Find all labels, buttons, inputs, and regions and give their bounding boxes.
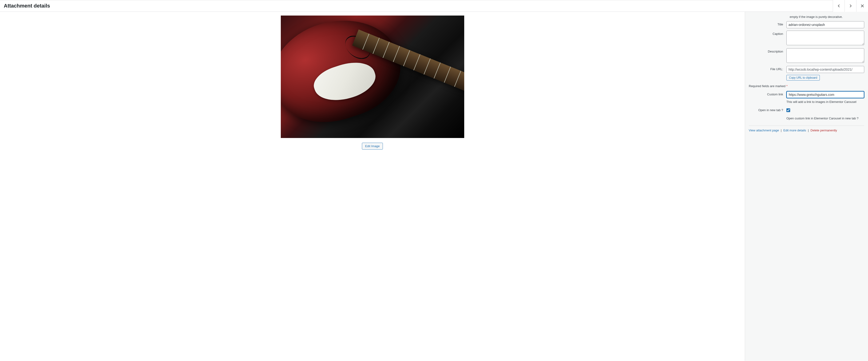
- modal-header: Attachment details: [0, 0, 868, 12]
- description-input[interactable]: [786, 48, 864, 63]
- edit-image-button[interactable]: Edit Image: [362, 143, 383, 149]
- attachment-preview-image: [281, 16, 464, 138]
- page-title: Attachment details: [4, 0, 50, 12]
- next-button[interactable]: [844, 0, 856, 12]
- edit-more-details-link[interactable]: Edit more details: [783, 129, 806, 132]
- delete-permanently-link[interactable]: Delete permanently: [811, 129, 837, 132]
- divider: [749, 126, 864, 126]
- caption-input[interactable]: [786, 31, 864, 45]
- custom-link-help: This will add a link to images in Elemen…: [786, 100, 864, 104]
- required-star: *: [786, 84, 787, 88]
- copy-url-button[interactable]: Copy URL to clipboard: [786, 75, 820, 81]
- preview-pane: Edit Image: [0, 12, 745, 361]
- open-new-tab-help: Open custom link in Elementor Carousel i…: [786, 116, 864, 121]
- title-label: Title: [749, 21, 786, 26]
- open-new-tab-checkbox[interactable]: [786, 108, 790, 112]
- caption-field-row: Caption: [749, 31, 864, 46]
- close-button[interactable]: [856, 0, 868, 12]
- alt-text-helper: empty if the image is purely decorative.: [790, 15, 864, 19]
- close-icon: [860, 3, 865, 8]
- description-label: Description: [749, 48, 786, 53]
- description-field-row: Description: [749, 48, 864, 63]
- custom-link-input[interactable]: [786, 91, 864, 98]
- prev-button[interactable]: [833, 0, 844, 12]
- bottom-links: View attachment page | Edit more details…: [749, 129, 864, 132]
- chevron-right-icon: [848, 3, 853, 8]
- custom-link-label: Custom link: [749, 91, 786, 96]
- title-input[interactable]: [786, 21, 864, 28]
- modal-body: Edit Image empty if the image is purely …: [0, 12, 868, 361]
- open-new-tab-label: Open in new tab ?: [749, 108, 786, 112]
- file-url-label: File URL:: [749, 66, 786, 71]
- custom-link-field-row: Custom link This will add a link to imag…: [749, 91, 864, 104]
- view-attachment-link[interactable]: View attachment page: [749, 129, 779, 132]
- open-new-tab-field-row: Open in new tab ? Open custom link in El…: [749, 108, 864, 121]
- required-fields-note: Required fields are marked *: [749, 84, 864, 88]
- file-url-field-row: File URL: Copy URL to clipboard: [749, 66, 864, 81]
- title-field-row: Title: [749, 21, 864, 28]
- chevron-left-icon: [836, 3, 841, 8]
- file-url-input[interactable]: [786, 66, 864, 73]
- caption-label: Caption: [749, 31, 786, 35]
- header-nav: [833, 0, 868, 12]
- details-pane[interactable]: empty if the image is purely decorative.…: [745, 12, 868, 361]
